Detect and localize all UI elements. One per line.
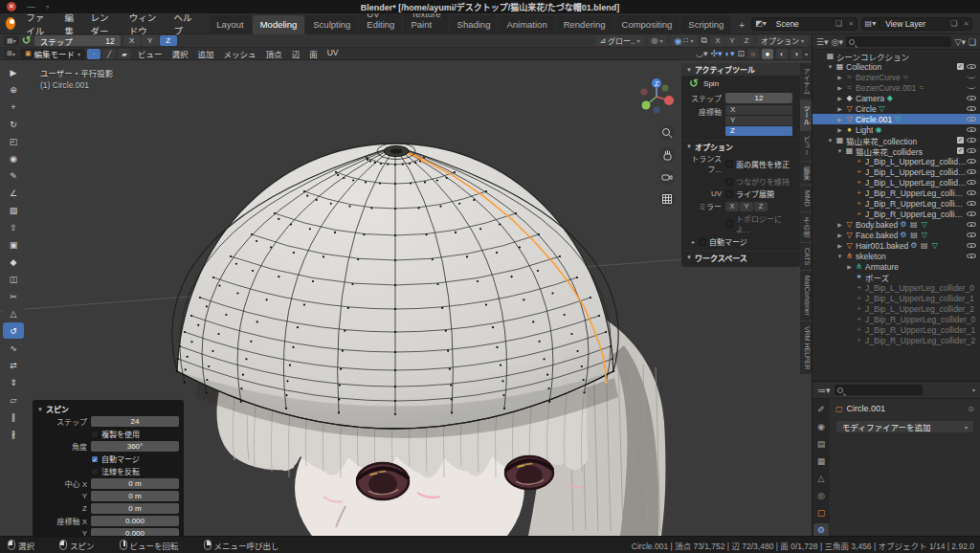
- tool-tweak[interactable]: ▶: [3, 64, 24, 80]
- properties-tab-modifiers[interactable]: ⚙: [813, 523, 829, 536]
- tool-cursor[interactable]: ⊕: [3, 81, 24, 98]
- visibility-eye-icon[interactable]: [967, 199, 976, 208]
- expand-arrow[interactable]: ▼: [835, 254, 844, 259]
- mode-selector[interactable]: ▣編集モード▾: [20, 49, 85, 59]
- outliner-row[interactable]: ▶▽Face.baked⚙▤▽: [813, 230, 980, 240]
- viewport-menu-選択[interactable]: 選択: [167, 48, 193, 59]
- outliner-row[interactable]: +J_Bip_R_UpperLeg_collider_2: [813, 335, 980, 345]
- outliner-row[interactable]: ▶◆Camera◆: [813, 93, 980, 103]
- visibility-eye-icon[interactable]: [967, 83, 976, 92]
- tool-measure[interactable]: ∠: [3, 185, 24, 201]
- expand-arrow[interactable]: ▶: [835, 84, 844, 91]
- outliner-row[interactable]: ▶▽Circle.001▽: [813, 114, 980, 124]
- exclude-checkbox[interactable]: ✓: [957, 137, 964, 144]
- outliner-row[interactable]: +J_Bip_L_UpperLeg_collider_1: [813, 293, 980, 303]
- sidebar-mirror-x[interactable]: X: [725, 202, 739, 211]
- visibility-eye-icon[interactable]: [967, 136, 976, 144]
- shading-wireframe-button[interactable]: ○: [747, 49, 759, 59]
- sidebar-axis-y[interactable]: Y: [725, 116, 792, 125]
- visibility-eye-icon[interactable]: [967, 104, 976, 113]
- operator-field-座標軸 X[interactable]: 0.000: [91, 516, 179, 526]
- sidebar-steps-field[interactable]: 12: [725, 93, 792, 103]
- sidebar-mirror-z[interactable]: Z: [754, 202, 768, 211]
- outliner-row[interactable]: +J_Bip_R_UpperLeg_collider_2: [813, 209, 980, 219]
- viewport-menu-UV[interactable]: UV: [323, 48, 344, 59]
- editor-type-button[interactable]: ⊞▾: [4, 49, 18, 59]
- expand-arrow[interactable]: ▼: [826, 64, 835, 70]
- operator-field-Y[interactable]: 0 m: [91, 491, 179, 501]
- tool-bevel[interactable]: ◆: [3, 254, 24, 270]
- shading-rendered-button[interactable]: ◑: [791, 49, 802, 59]
- outliner-row[interactable]: ✶ポーズ: [813, 272, 980, 282]
- outliner-row[interactable]: ▼▦Collection✓: [813, 61, 980, 72]
- properties-tab-output[interactable]: ▤: [813, 437, 829, 450]
- operator-panel-header[interactable]: ▼スピン: [37, 403, 179, 415]
- tool-add-cube[interactable]: ▧: [3, 202, 24, 218]
- sidebar-mirror-y[interactable]: Y: [740, 202, 753, 211]
- camera-view-icon[interactable]: [659, 169, 675, 185]
- pan-hand-icon[interactable]: [659, 147, 675, 163]
- sidebar-tab-mmd[interactable]: MMD: [800, 186, 812, 211]
- snap-toggle[interactable]: ◎▾: [648, 35, 667, 46]
- viewport-menu-メッシュ[interactable]: メッシュ: [219, 48, 261, 59]
- operator-checkbox-法線を反転[interactable]: 法線を反転: [91, 466, 140, 476]
- properties-editor-type-button[interactable]: ≔▾: [817, 386, 831, 395]
- visibility-eye-icon[interactable]: [967, 252, 976, 260]
- outliner-row[interactable]: ▶▽Body.baked⚙▤▽: [813, 219, 980, 230]
- tool-transform[interactable]: ◉: [3, 150, 24, 166]
- options-dropdown[interactable]: オプション▾: [757, 35, 808, 46]
- blender-logo-menu[interactable]: [6, 17, 15, 30]
- visibility-eye-icon[interactable]: [967, 188, 976, 197]
- sidebar-tab-vrm-helper[interactable]: VRM HELPER: [800, 321, 812, 375]
- sidebar-tab-アイテム[interactable]: アイテム: [800, 63, 812, 100]
- tool-spin[interactable]: ↺: [3, 322, 24, 339]
- tool-scale[interactable]: ◰: [3, 133, 24, 149]
- tool-poly-build[interactable]: △: [3, 305, 24, 321]
- outliner-row[interactable]: +J_Bip_L_UpperLeg_collider_0: [813, 156, 980, 166]
- expand-arrow[interactable]: ▶: [835, 242, 844, 249]
- outliner-row[interactable]: ▶≈BezierCurve≈: [813, 72, 980, 82]
- axis-x-button[interactable]: X: [123, 35, 141, 46]
- operator-field-Y[interactable]: 0.000: [91, 528, 179, 536]
- properties-tab-object[interactable]: ▢: [813, 506, 829, 519]
- tool-steps-field[interactable]: ステップ 12: [34, 35, 121, 46]
- expand-arrow[interactable]: ▶: [835, 105, 844, 112]
- tool-extrude-region[interactable]: ⇧: [3, 219, 24, 235]
- proportional-editing-toggle[interactable]: ◉∷▾: [671, 35, 698, 46]
- sidebar-tab-編集[interactable]: 編集: [800, 162, 812, 185]
- properties-tab-scene[interactable]: △: [813, 472, 829, 484]
- sidebar-axis-z[interactable]: Z: [725, 126, 792, 136]
- outliner-row[interactable]: +J_Bip_L_UpperLeg_collider_1: [813, 166, 980, 177]
- visibility-eye-icon[interactable]: [967, 94, 976, 102]
- outliner-object-filter-button[interactable]: ◎▾: [832, 37, 843, 47]
- transform-orientation-dropdown[interactable]: ⊿ グロー..▾: [595, 35, 643, 46]
- tool-loop-cut[interactable]: ◫: [3, 271, 24, 287]
- outliner-row[interactable]: +J_Bip_R_UpperLeg_collider_0: [813, 314, 980, 324]
- expand-arrow[interactable]: ▶: [835, 232, 844, 238]
- outliner-search-input[interactable]: [846, 36, 952, 47]
- properties-options-dropdown[interactable]: ▾: [972, 387, 975, 393]
- visibility-eye-icon[interactable]: [967, 210, 976, 218]
- outliner-row[interactable]: ▼▦猫山来花_colliders✓: [813, 145, 980, 156]
- viewport-menu-辺[interactable]: 辺: [287, 48, 305, 59]
- correct-face-attributes-checkbox[interactable]: 面の属性を修正: [725, 159, 790, 169]
- shading-dropdown[interactable]: ▾: [805, 51, 808, 57]
- outliner-row[interactable]: ▼⋔skeleton: [813, 251, 980, 261]
- show-overlays-toggle[interactable]: ◐▾: [724, 49, 734, 58]
- zoom-icon[interactable]: [659, 125, 675, 141]
- axis-y-button[interactable]: Y: [725, 36, 739, 46]
- properties-tab-render[interactable]: ◉: [813, 420, 829, 432]
- outliner-filter-button[interactable]: ▽▾: [954, 37, 965, 47]
- active-tool-dropdown[interactable]: ▤▾: [4, 35, 19, 46]
- outliner-row[interactable]: +J_Bip_L_UpperLeg_collider_0: [813, 282, 980, 293]
- tool-rip-edge[interactable]: ∦: [3, 426, 24, 442]
- outliner-row[interactable]: ▶≈BezierCurve.001≈: [813, 82, 980, 93]
- visibility-eye-icon[interactable]: [967, 167, 976, 176]
- exclude-checkbox[interactable]: ✓: [957, 147, 964, 154]
- axis-y-button[interactable]: Y: [142, 35, 159, 46]
- outliner-row[interactable]: ▶●Light◉: [813, 124, 980, 135]
- visibility-dropdown[interactable]: ◡▾: [696, 49, 707, 58]
- active-tool-panel-header[interactable]: ▼アクティブツール: [681, 63, 800, 76]
- outliner-row[interactable]: +J_Bip_R_UpperLeg_collider_0: [813, 188, 980, 198]
- shading-material-button[interactable]: ◐: [776, 49, 788, 59]
